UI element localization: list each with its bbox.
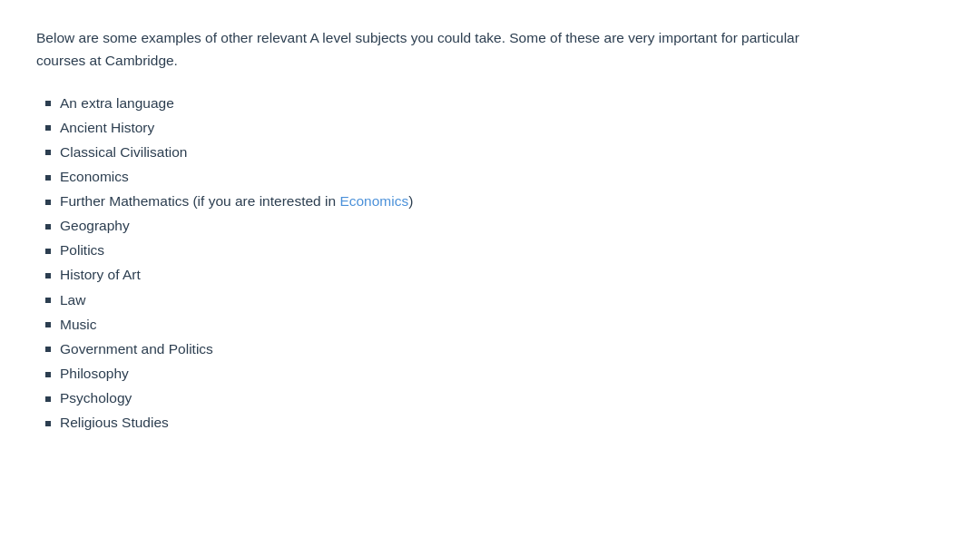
bullet-icon: [45, 396, 51, 402]
subject-label: Law: [60, 288, 85, 312]
bullet-icon: [45, 224, 51, 230]
subject-label: Economics: [60, 164, 129, 189]
list-item: Law: [45, 288, 944, 312]
intro-paragraph: Below are some examples of other relevan…: [36, 27, 817, 73]
subject-label: Ancient History: [60, 115, 154, 140]
subject-label: Music: [60, 312, 96, 337]
subject-label: Classical Civilisation: [60, 140, 187, 164]
list-item: Music: [45, 312, 944, 337]
subject-label: Politics: [60, 238, 104, 262]
list-item: Psychology: [45, 386, 944, 410]
list-item: Classical Civilisation: [45, 140, 944, 164]
list-item: Economics: [45, 164, 944, 189]
list-item: Philosophy: [45, 361, 944, 386]
list-item: History of Art: [45, 262, 944, 287]
further-math-suffix: ): [408, 193, 413, 209]
bullet-icon: [45, 249, 51, 254]
list-item: Geography: [45, 213, 944, 238]
bullet-icon: [45, 101, 51, 106]
subject-label: Geography: [60, 213, 130, 238]
bullet-icon: [45, 175, 51, 181]
subject-label: An extra language: [60, 91, 174, 115]
bullet-icon: [45, 273, 51, 278]
bullet-icon: [45, 150, 51, 155]
list-item: Religious Studies: [45, 410, 944, 435]
list-item: Ancient History: [45, 115, 944, 140]
economics-link[interactable]: Economics: [339, 193, 408, 209]
subject-label: Psychology: [60, 386, 132, 410]
further-math-prefix: Further Mathematics (if you are interest…: [60, 193, 339, 209]
list-item: Politics: [45, 238, 944, 262]
bullet-icon: [45, 322, 51, 327]
bullet-icon: [45, 421, 51, 426]
list-item: An extra language: [45, 91, 944, 115]
subject-label: Further Mathematics (if you are interest…: [60, 189, 413, 213]
bullet-icon: [45, 200, 51, 205]
bullet-icon: [45, 298, 51, 303]
subject-label: Government and Politics: [60, 337, 213, 361]
subject-label: Philosophy: [60, 361, 129, 386]
bullet-icon: [45, 125, 51, 131]
subject-label: Religious Studies: [60, 410, 169, 435]
bullet-icon: [45, 372, 51, 377]
subject-label: History of Art: [60, 262, 141, 287]
subjects-list: An extra language Ancient History Classi…: [36, 91, 944, 435]
list-item: Government and Politics: [45, 337, 944, 361]
bullet-icon: [45, 347, 51, 352]
list-item: Further Mathematics (if you are interest…: [45, 189, 944, 213]
